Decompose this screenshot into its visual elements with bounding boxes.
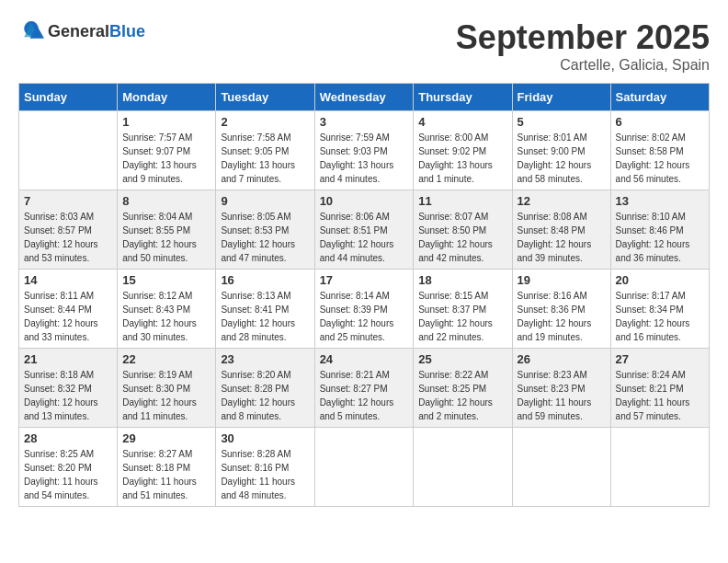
logo-text-blue: Blue bbox=[109, 22, 145, 40]
calendar-row-2: 14Sunrise: 8:11 AMSunset: 8:44 PMDayligh… bbox=[19, 270, 710, 349]
day-info: Sunrise: 8:21 AMSunset: 8:27 PMDaylight:… bbox=[320, 370, 394, 421]
calendar-row-4: 28Sunrise: 8:25 AMSunset: 8:20 PMDayligh… bbox=[19, 428, 710, 507]
calendar-header-friday: Friday bbox=[512, 84, 610, 111]
day-number: 1 bbox=[122, 115, 210, 129]
day-number: 4 bbox=[418, 115, 506, 129]
calendar-header-row: SundayMondayTuesdayWednesdayThursdayFrid… bbox=[19, 84, 710, 111]
day-number: 3 bbox=[320, 115, 409, 129]
day-number: 27 bbox=[616, 352, 704, 366]
calendar-cell: 27Sunrise: 8:24 AMSunset: 8:21 PMDayligh… bbox=[610, 349, 709, 428]
calendar-cell: 29Sunrise: 8:27 AMSunset: 8:18 PMDayligh… bbox=[118, 428, 216, 507]
day-number: 17 bbox=[320, 273, 409, 287]
calendar-cell: 24Sunrise: 8:21 AMSunset: 8:27 PMDayligh… bbox=[314, 349, 414, 428]
day-number: 18 bbox=[418, 273, 506, 287]
calendar-cell bbox=[314, 428, 414, 507]
calendar-header-wednesday: Wednesday bbox=[314, 84, 414, 111]
day-info: Sunrise: 8:22 AMSunset: 8:25 PMDaylight:… bbox=[418, 370, 493, 421]
calendar-cell: 26Sunrise: 8:23 AMSunset: 8:23 PMDayligh… bbox=[512, 349, 610, 428]
calendar-cell bbox=[414, 428, 512, 507]
calendar-row-3: 21Sunrise: 8:18 AMSunset: 8:32 PMDayligh… bbox=[19, 349, 710, 428]
day-number: 25 bbox=[418, 352, 506, 366]
day-number: 23 bbox=[221, 352, 309, 366]
day-number: 2 bbox=[221, 115, 309, 129]
logo-text-general: General bbox=[48, 22, 109, 40]
day-number: 29 bbox=[122, 431, 210, 445]
day-info: Sunrise: 8:18 AMSunset: 8:32 PMDaylight:… bbox=[24, 370, 98, 421]
calendar-cell: 4Sunrise: 8:00 AMSunset: 9:02 PMDaylight… bbox=[414, 111, 512, 190]
calendar-cell: 28Sunrise: 8:25 AMSunset: 8:20 PMDayligh… bbox=[19, 428, 118, 507]
calendar-cell: 11Sunrise: 8:07 AMSunset: 8:50 PMDayligh… bbox=[414, 190, 512, 270]
calendar-cell: 17Sunrise: 8:14 AMSunset: 8:39 PMDayligh… bbox=[314, 270, 414, 349]
calendar-cell: 16Sunrise: 8:13 AMSunset: 8:41 PMDayligh… bbox=[216, 270, 314, 349]
day-info: Sunrise: 7:59 AMSunset: 9:03 PMDaylight:… bbox=[320, 132, 394, 184]
day-number: 14 bbox=[24, 273, 112, 287]
day-number: 15 bbox=[122, 273, 210, 287]
calendar-cell: 25Sunrise: 8:22 AMSunset: 8:25 PMDayligh… bbox=[414, 349, 512, 428]
location-title: Cartelle, Galicia, Spain bbox=[456, 57, 710, 74]
day-number: 9 bbox=[221, 194, 309, 208]
day-info: Sunrise: 8:25 AMSunset: 8:20 PMDaylight:… bbox=[24, 449, 98, 500]
calendar-cell: 1Sunrise: 7:57 AMSunset: 9:07 PMDaylight… bbox=[118, 111, 216, 190]
calendar-cell: 8Sunrise: 8:04 AMSunset: 8:55 PMDaylight… bbox=[118, 190, 216, 270]
day-info: Sunrise: 8:12 AMSunset: 8:43 PMDaylight:… bbox=[122, 291, 197, 342]
day-info: Sunrise: 8:00 AMSunset: 9:02 PMDaylight:… bbox=[418, 132, 493, 184]
calendar-cell: 22Sunrise: 8:19 AMSunset: 8:30 PMDayligh… bbox=[118, 349, 216, 428]
calendar-header-thursday: Thursday bbox=[414, 84, 512, 111]
calendar-cell: 30Sunrise: 8:28 AMSunset: 8:16 PMDayligh… bbox=[216, 428, 314, 507]
day-number: 20 bbox=[616, 273, 704, 287]
day-number: 8 bbox=[122, 194, 210, 208]
header: GeneralBlue September 2025 Cartelle, Gal… bbox=[18, 18, 710, 74]
calendar-header-saturday: Saturday bbox=[610, 84, 709, 111]
day-info: Sunrise: 8:10 AMSunset: 8:46 PMDaylight:… bbox=[616, 212, 690, 263]
day-info: Sunrise: 8:20 AMSunset: 8:28 PMDaylight:… bbox=[221, 370, 295, 421]
day-info: Sunrise: 8:05 AMSunset: 8:53 PMDaylight:… bbox=[221, 212, 295, 263]
day-info: Sunrise: 7:57 AMSunset: 9:07 PMDaylight:… bbox=[122, 132, 197, 184]
day-info: Sunrise: 8:28 AMSunset: 8:16 PMDaylight:… bbox=[221, 449, 295, 500]
day-number: 13 bbox=[616, 194, 704, 208]
calendar-cell: 6Sunrise: 8:02 AMSunset: 8:58 PMDaylight… bbox=[610, 111, 709, 190]
day-info: Sunrise: 8:27 AMSunset: 8:18 PMDaylight:… bbox=[122, 449, 197, 500]
calendar-header-monday: Monday bbox=[118, 84, 216, 111]
day-number: 28 bbox=[24, 431, 112, 445]
calendar-cell: 10Sunrise: 8:06 AMSunset: 8:51 PMDayligh… bbox=[314, 190, 414, 270]
day-info: Sunrise: 8:15 AMSunset: 8:37 PMDaylight:… bbox=[418, 291, 493, 342]
month-title: September 2025 bbox=[456, 18, 710, 57]
calendar-cell: 3Sunrise: 7:59 AMSunset: 9:03 PMDaylight… bbox=[314, 111, 414, 190]
calendar-cell: 9Sunrise: 8:05 AMSunset: 8:53 PMDaylight… bbox=[216, 190, 314, 270]
day-info: Sunrise: 8:06 AMSunset: 8:51 PMDaylight:… bbox=[320, 212, 394, 263]
day-info: Sunrise: 8:11 AMSunset: 8:44 PMDaylight:… bbox=[24, 291, 98, 342]
calendar-cell: 18Sunrise: 8:15 AMSunset: 8:37 PMDayligh… bbox=[414, 270, 512, 349]
day-info: Sunrise: 8:17 AMSunset: 8:34 PMDaylight:… bbox=[616, 291, 690, 342]
calendar-cell: 23Sunrise: 8:20 AMSunset: 8:28 PMDayligh… bbox=[216, 349, 314, 428]
day-number: 19 bbox=[518, 273, 606, 287]
day-number: 7 bbox=[24, 194, 112, 208]
day-info: Sunrise: 8:04 AMSunset: 8:55 PMDaylight:… bbox=[122, 212, 197, 263]
title-area: September 2025 Cartelle, Galicia, Spain bbox=[456, 18, 710, 74]
calendar-row-0: 1Sunrise: 7:57 AMSunset: 9:07 PMDaylight… bbox=[19, 111, 710, 190]
day-number: 22 bbox=[122, 352, 210, 366]
calendar-cell: 7Sunrise: 8:03 AMSunset: 8:57 PMDaylight… bbox=[19, 190, 118, 270]
logo: GeneralBlue bbox=[18, 18, 145, 44]
day-info: Sunrise: 8:13 AMSunset: 8:41 PMDaylight:… bbox=[221, 291, 295, 342]
day-info: Sunrise: 8:19 AMSunset: 8:30 PMDaylight:… bbox=[122, 370, 197, 421]
day-info: Sunrise: 8:02 AMSunset: 8:58 PMDaylight:… bbox=[616, 132, 690, 184]
day-number: 21 bbox=[24, 352, 112, 366]
day-info: Sunrise: 8:24 AMSunset: 8:21 PMDaylight:… bbox=[616, 370, 690, 421]
day-info: Sunrise: 8:16 AMSunset: 8:36 PMDaylight:… bbox=[518, 291, 592, 342]
day-number: 12 bbox=[518, 194, 606, 208]
day-number: 30 bbox=[221, 431, 309, 445]
day-info: Sunrise: 8:23 AMSunset: 8:23 PMDaylight:… bbox=[518, 370, 592, 421]
day-info: Sunrise: 8:08 AMSunset: 8:48 PMDaylight:… bbox=[518, 212, 592, 263]
day-info: Sunrise: 8:14 AMSunset: 8:39 PMDaylight:… bbox=[320, 291, 394, 342]
day-number: 11 bbox=[418, 194, 506, 208]
day-number: 24 bbox=[320, 352, 409, 366]
calendar-cell: 15Sunrise: 8:12 AMSunset: 8:43 PMDayligh… bbox=[118, 270, 216, 349]
day-info: Sunrise: 7:58 AMSunset: 9:05 PMDaylight:… bbox=[221, 132, 295, 184]
calendar-header-tuesday: Tuesday bbox=[216, 84, 314, 111]
calendar-cell: 5Sunrise: 8:01 AMSunset: 9:00 PMDaylight… bbox=[512, 111, 610, 190]
calendar-cell: 21Sunrise: 8:18 AMSunset: 8:32 PMDayligh… bbox=[19, 349, 118, 428]
day-number: 10 bbox=[320, 194, 409, 208]
day-info: Sunrise: 8:07 AMSunset: 8:50 PMDaylight:… bbox=[418, 212, 493, 263]
calendar-table: SundayMondayTuesdayWednesdayThursdayFrid… bbox=[18, 83, 710, 507]
day-number: 26 bbox=[518, 352, 606, 366]
